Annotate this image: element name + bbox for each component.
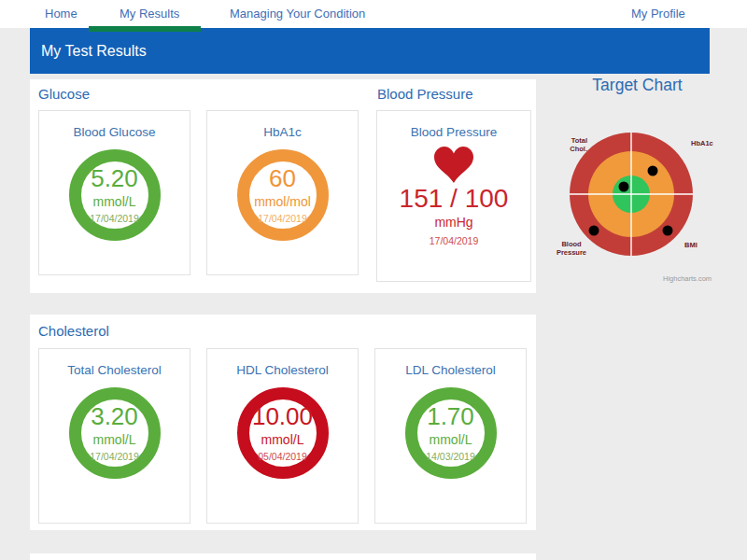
hba1c-unit: mmol/mol — [254, 194, 311, 209]
heart-icon — [434, 147, 473, 183]
blood-glucose-card-title: Blood Glucose — [39, 125, 190, 139]
highcharts-credit-link[interactable]: Highcharts.com — [663, 274, 712, 283]
target-label-hba1c: HbA1c — [691, 139, 713, 147]
hba1c-value: 60 — [269, 166, 296, 190]
blood-pressure-card: Blood Pressure 151 / 100 mmHg 17/04/2019 — [376, 110, 531, 282]
target-chart-title: Target Chart — [560, 76, 714, 95]
top-navbar: Home My Results Managing Your Condition … — [0, 0, 747, 28]
total-cholesterol-date: 17/04/2019 — [90, 451, 139, 462]
blood-glucose-ring: 5.20 mmol/L 17/04/2019 — [69, 149, 161, 241]
total-cholesterol-ring: 3.20 mmol/L 17/04/2019 — [69, 387, 161, 479]
target-point-bmi[interactable] — [663, 226, 673, 236]
nav-tab-my-profile[interactable]: My Profile — [631, 0, 685, 28]
glucose-section-title: Glucose — [38, 86, 90, 102]
target-point-total-chol[interactable] — [619, 182, 629, 192]
hdl-cholesterol-card-title: HDL Cholesterol — [207, 363, 358, 377]
blood-glucose-card: Blood Glucose 5.20 mmol/L 17/04/2019 — [38, 110, 190, 275]
ldl-cholesterol-ring: 1.70 mmol/L 14/03/2019 — [405, 387, 497, 479]
results-panel-top: Glucose Blood Glucose 5.20 mmol/L 17/04/… — [30, 79, 536, 293]
active-tab-underline — [89, 26, 201, 32]
hba1c-card-title: HbA1c — [207, 125, 358, 139]
ldl-cholesterol-card: LDL Cholesterol 1.70 mmol/L 14/03/2019 — [374, 348, 527, 524]
total-cholesterol-value: 3.20 — [91, 404, 138, 428]
hdl-cholesterol-value: 10.00 — [252, 404, 313, 428]
nav-tab-home[interactable]: Home — [45, 0, 78, 28]
page-banner: My Test Results — [30, 28, 710, 74]
total-cholesterol-card-title: Total Cholesterol — [39, 363, 190, 377]
target-label-total-chol: Total Chol. — [557, 136, 587, 154]
blood-pressure-unit: mmHg — [377, 215, 530, 230]
hdl-cholesterol-card: HDL Cholesterol 10.00 mmol/L 05/04/2019 — [206, 348, 359, 524]
hba1c-ring: 60 mmol/mol 17/04/2019 — [237, 149, 329, 241]
hba1c-card: HbA1c 60 mmol/mol 17/04/2019 — [206, 110, 359, 275]
blood-pressure-value: 151 / 100 — [377, 185, 530, 212]
cholesterol-section-title: Cholesterol — [38, 323, 109, 339]
cholesterol-panel: Cholesterol Total Cholesterol 3.20 mmol/… — [30, 315, 536, 530]
total-cholesterol-card: Total Cholesterol 3.20 mmol/L 17/04/2019 — [38, 348, 190, 524]
blood-pressure-card-title: Blood Pressure — [377, 125, 530, 139]
hdl-cholesterol-date: 05/04/2019 — [258, 451, 307, 462]
hba1c-date: 17/04/2019 — [258, 213, 307, 224]
total-cholesterol-unit: mmol/L — [93, 432, 136, 447]
app-root: Home My Results Managing Your Condition … — [0, 0, 747, 560]
target-point-hba1c[interactable] — [648, 166, 658, 176]
blood-glucose-value: 5.20 — [91, 166, 138, 190]
ldl-cholesterol-card-title: LDL Cholesterol — [375, 363, 526, 377]
ldl-cholesterol-date: 14/03/2019 — [426, 451, 475, 462]
target-label-blood-pressure: Blood Pressure — [553, 240, 590, 258]
nav-tab-my-results[interactable]: My Results — [120, 0, 179, 28]
page-title: My Test Results — [41, 43, 147, 60]
ldl-cholesterol-value: 1.70 — [427, 404, 474, 428]
next-panel-stub — [30, 553, 536, 560]
blood-pressure-section-title: Blood Pressure — [377, 86, 473, 102]
blood-glucose-unit: mmol/L — [93, 194, 136, 209]
nav-tab-managing-your-condition[interactable]: Managing Your Condition — [230, 0, 365, 28]
hdl-cholesterol-ring: 10.00 mmol/L 05/04/2019 — [237, 387, 329, 479]
target-point-blood-pressure[interactable] — [589, 226, 599, 236]
blood-glucose-date: 17/04/2019 — [90, 213, 139, 224]
target-label-bmi: BMI — [684, 241, 698, 249]
blood-pressure-date: 17/04/2019 — [377, 235, 530, 246]
hdl-cholesterol-unit: mmol/L — [261, 432, 304, 447]
ldl-cholesterol-unit: mmol/L — [430, 432, 472, 447]
